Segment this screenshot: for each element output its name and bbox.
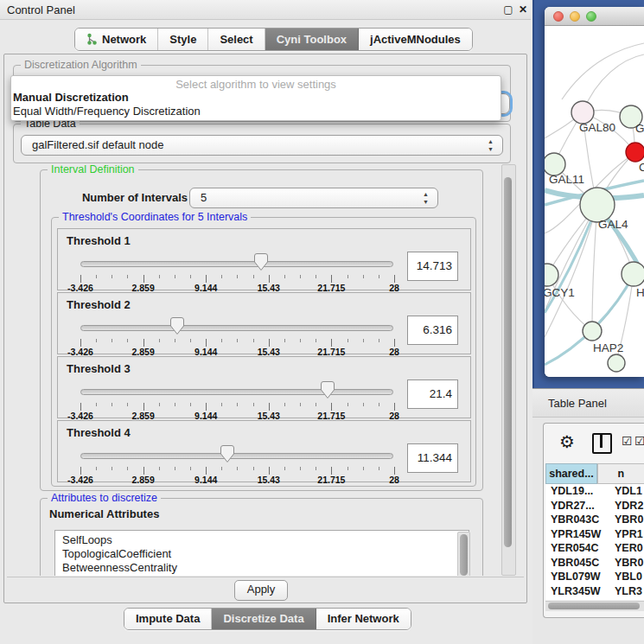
node-gal4[interactable] [580,188,615,222]
num-intervals-label: Number of Intervals [75,191,188,204]
settings-scrollbar[interactable] [501,164,516,576]
table-row[interactable]: YBR045CYBR0 [545,556,644,571]
slider-track[interactable] [80,325,393,331]
numerical-attributes-list[interactable]: SelfLoopsTopologicalCoefficientBetweenne… [54,530,469,576]
list-scrollbar-thumb[interactable] [460,534,468,576]
tick-major-icon [269,467,270,475]
control-panel: Control Panel ▢ ✕ Network Style Select C… [0,0,531,644]
tab-style[interactable]: Style [158,29,208,50]
threshold-value-field[interactable]: 6.316 [407,316,458,345]
slider-track[interactable] [80,453,393,459]
table-hscrollbar-thumb[interactable] [548,603,640,609]
slider-thumb[interactable] [321,381,335,399]
node-red-selected[interactable] [626,143,644,162]
split-columns-icon[interactable] [592,433,612,454]
table-row[interactable]: YER054CYER0 [545,541,644,556]
table-row[interactable]: YIL052CYIL0 [545,598,644,600]
node-h[interactable] [622,262,644,286]
slider-track[interactable] [80,261,393,267]
tab-infer-network[interactable]: Infer Network [316,609,411,629]
node-hap2[interactable] [583,322,602,341]
numerical-attributes-label: Numerical Attributes [49,507,159,520]
threshold-row: Threshold 3 -3.4262.8599.14415.4321.7152… [57,356,471,418]
tick-major-icon [80,339,81,347]
control-panel-titlebar: Control Panel ▢ ✕ [0,0,531,20]
node-partial[interactable] [608,354,625,372]
table-row[interactable]: YDL19...YDL1 [545,484,644,499]
close-icon[interactable]: ✕ [517,3,529,16]
table-row[interactable]: YPR145WYPR1 [545,527,644,542]
threshold-label: Threshold 2 [67,298,131,311]
cell-shared-name: YBR043C [545,513,611,527]
node-label: HAP2 [593,341,623,354]
node-gcy1[interactable] [545,264,558,286]
dropdown-option-manual[interactable]: Manual Discretization [13,91,129,104]
float-icon[interactable]: ▢ [502,3,514,16]
tick-major-icon [331,275,332,283]
top-tab-bar: Network Style Select Cyni Toolbox jActiv… [74,28,473,51]
num-intervals-value: 5 [201,191,207,204]
tick-label: 28 [389,475,399,485]
attribute-list-item[interactable]: SelfLoops [55,531,469,547]
slider-thumb[interactable] [220,445,234,462]
cell-name: YIL0 [611,598,637,600]
ticks [80,467,394,475]
close-traffic-light[interactable] [553,11,564,22]
tick-major-icon [206,403,207,411]
column-header-name[interactable]: n [597,463,644,484]
threshold-value-field[interactable]: 14.713 [407,252,458,281]
tab-discretize-data[interactable]: Discretize Data [212,609,316,629]
checkbox-icon[interactable]: ☑ [622,434,633,448]
gear-icon[interactable]: ⚙ [559,431,575,452]
table-row[interactable]: YBL079WYBL0 [545,570,644,584]
network-window-titlebar [545,7,644,26]
table-row[interactable]: YDR27...YDR2 [545,499,644,513]
tab-label: Infer Network [328,609,399,629]
tick-major-icon [269,275,270,283]
threshold-value-field[interactable]: 11.344 [407,443,458,473]
slider-thumb[interactable] [254,253,268,271]
cell-name: YER0 [611,541,643,556]
tick-major-icon [143,275,144,283]
tab-impute-data[interactable]: Impute Data [124,609,212,629]
tab-label: jActiveMNodules [370,29,461,50]
dropdown-option-equal-width[interactable]: Equal Width/Frequency Discretization [13,105,201,118]
threshold-slider[interactable] [80,379,393,402]
table-panel-title: Table Panel [548,397,607,410]
tick-major-icon [143,467,144,475]
node-label: GAL80 [579,121,615,134]
threshold-value-field[interactable]: 21.4 [407,379,458,409]
table-panel: Table Panel ⚙ ☑ ☑ shared... n YDL19...YD… [532,388,644,644]
attribute-list-item[interactable]: BetweennessCentrality [55,561,469,575]
tick-major-icon [206,467,207,475]
column-header-shared-name[interactable]: shared... [545,463,597,484]
network-canvas[interactable]: GAL80 GA C GAL11 GAL4 GCY1 H HAP2 [545,26,644,377]
ticks [80,339,394,347]
slider-track[interactable] [80,389,393,395]
threshold-label: Threshold 3 [67,362,131,375]
cell-name: YBR0 [611,513,643,527]
zoom-traffic-light[interactable] [586,11,596,22]
table-hscrollbar[interactable] [545,601,644,611]
list-scrollbar[interactable] [457,532,470,576]
tab-cyni-toolbox[interactable]: Cyni Toolbox [265,29,359,50]
attribute-list-item[interactable]: TopologicalCoefficient [55,547,469,561]
table-row[interactable]: YLR345WYLR3 [545,584,644,599]
cell-name: YLR3 [611,584,642,599]
tab-jactivemnodules[interactable]: jActiveMNodules [359,29,472,50]
table-row[interactable]: YBR043CYBR0 [545,513,644,527]
tick-major-icon [394,339,395,347]
slider-thumb[interactable] [170,317,184,335]
minimize-traffic-light[interactable] [570,11,580,22]
tab-select[interactable]: Select [208,29,265,50]
apply-button[interactable]: Apply [234,580,288,601]
threshold-slider[interactable] [80,443,393,466]
settings-scrollbar-thumb[interactable] [504,177,512,547]
table-data-combobox[interactable]: galFiltered.sif default node ▲▼ [21,135,503,156]
spinner-arrows-icon: ▲▼ [423,190,429,206]
threshold-slider[interactable] [80,316,393,338]
checkbox-icon[interactable]: ☑ [634,434,644,448]
num-intervals-spinner[interactable]: 5 ▲▼ [189,188,438,208]
tab-network[interactable]: Network [75,29,158,50]
threshold-slider[interactable] [80,252,393,274]
